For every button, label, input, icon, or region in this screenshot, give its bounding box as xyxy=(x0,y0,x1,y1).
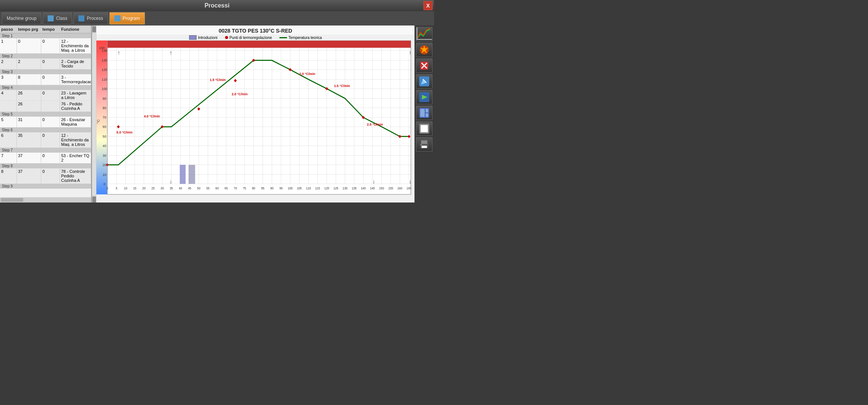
svg-rect-103 xyxy=(180,165,186,184)
svg-text:120: 120 xyxy=(102,68,107,72)
navbar: Machine group Class Process Program xyxy=(0,11,434,26)
print-button[interactable] xyxy=(416,137,432,152)
svg-text:70: 70 xyxy=(103,116,107,119)
edit-button[interactable] xyxy=(416,74,432,88)
svg-text:80: 80 xyxy=(103,106,107,110)
program-icon xyxy=(114,15,120,21)
svg-text:↑: ↑ xyxy=(170,50,172,56)
delete-button[interactable] xyxy=(416,58,432,73)
white-box-button[interactable] xyxy=(416,122,432,136)
main-area: 0028 TGTO PES 130°C S-RED Introduzioni P… xyxy=(96,26,414,202)
table-row[interactable]: 4 26 0 23 - Lavagem a Litros xyxy=(0,90,91,101)
svg-text:°C: °C xyxy=(96,119,100,124)
vertical-scrollbar[interactable] xyxy=(92,26,96,202)
svg-text:10: 10 xyxy=(124,187,128,190)
chart-title: 0028 TGTO PES 130°C S-RED xyxy=(96,26,414,34)
svg-text:160: 160 xyxy=(398,187,402,190)
close-button[interactable]: X xyxy=(423,1,432,10)
legend-box-introduzioni xyxy=(189,35,197,40)
table-row[interactable]: 7 37 0 53 - Encher TQ 2 xyxy=(0,153,91,164)
svg-text:90: 90 xyxy=(270,187,274,190)
app-title: Processi xyxy=(204,2,230,9)
svg-text:1.5 °C/min: 1.5 °C/min xyxy=(210,78,226,82)
step-9-header: Step 9 xyxy=(0,184,91,189)
content: passo tempo prg tempo Funzione Step 1 1 … xyxy=(0,26,434,202)
svg-rect-2 xyxy=(107,40,411,48)
right-toolbar xyxy=(414,26,434,202)
program-label: Program xyxy=(123,16,140,21)
svg-text:↓: ↓ xyxy=(409,178,411,185)
svg-text:1.5 °C/min: 1.5 °C/min xyxy=(334,84,350,88)
svg-text:155: 155 xyxy=(388,187,393,190)
svg-text:2.0 °C/min: 2.0 °C/min xyxy=(232,92,248,96)
chart-view-button[interactable] xyxy=(416,27,432,41)
svg-text:20: 20 xyxy=(103,163,107,166)
table-row[interactable]: 26 76 - Pedido Cozinha A xyxy=(0,101,91,112)
svg-text:150: 150 xyxy=(99,46,105,50)
nav-class[interactable]: Class xyxy=(43,12,72,24)
titlebar: Processi X xyxy=(0,0,434,11)
svg-text:2.5 °C/min: 2.5 °C/min xyxy=(367,122,383,126)
svg-text:0: 0 xyxy=(104,182,105,186)
svg-text:45: 45 xyxy=(188,187,191,190)
nav-program[interactable]: Program xyxy=(110,12,145,24)
table-row[interactable]: 8 37 0 78 - Controle Pedido Cozinha A xyxy=(0,168,91,184)
svg-text:130: 130 xyxy=(342,187,347,190)
step-1-header: Step 1 xyxy=(0,33,91,38)
svg-text:55: 55 xyxy=(206,187,210,190)
legend-introduzioni: Introduzioni xyxy=(189,35,218,40)
col-funzione: Funzione xyxy=(60,26,91,32)
table-row[interactable]: 5 31 0 26 - Esvaziar Maquina xyxy=(0,117,91,128)
left-panel: passo tempo prg tempo Funzione Step 1 1 … xyxy=(0,26,92,202)
nav-machine-group[interactable]: Machine group xyxy=(2,12,41,24)
class-icon xyxy=(48,15,54,21)
col-tempo: tempo xyxy=(41,26,60,32)
table-row[interactable]: 6 35 0 12 - Enchimento da Maq. a Litros xyxy=(0,132,91,148)
fire-button[interactable] xyxy=(416,43,432,57)
svg-text:95: 95 xyxy=(279,187,283,190)
svg-rect-130 xyxy=(416,39,432,40)
svg-text:25: 25 xyxy=(152,187,155,190)
class-label: Class xyxy=(56,16,67,21)
svg-text:75: 75 xyxy=(243,187,246,190)
legend-temperatura: Temperatura teorica xyxy=(279,36,322,40)
nav-process[interactable]: Process xyxy=(74,12,108,24)
panel-button[interactable] xyxy=(416,106,432,120)
legend-punti: Punti di termoregolazione xyxy=(225,36,272,40)
svg-text:20: 20 xyxy=(142,187,146,190)
svg-text:↑: ↑ xyxy=(409,50,411,56)
table-row[interactable]: 2 2 0 2 - Carga de Tecido xyxy=(0,58,91,69)
horizontal-scrollbar[interactable] xyxy=(0,197,91,202)
svg-text:30: 30 xyxy=(161,187,164,190)
legend-temperatura-label: Temperatura teorica xyxy=(288,36,322,40)
svg-text:125: 125 xyxy=(333,187,338,190)
legend-introduzioni-label: Introduzioni xyxy=(198,36,218,40)
legend-line-temperatura xyxy=(279,37,287,38)
svg-text:70: 70 xyxy=(234,187,237,190)
svg-text:100: 100 xyxy=(288,187,293,190)
svg-rect-104 xyxy=(189,165,195,184)
svg-rect-143 xyxy=(420,109,425,117)
svg-text:150: 150 xyxy=(379,187,384,190)
svg-rect-145 xyxy=(426,113,428,117)
svg-rect-150 xyxy=(422,146,427,148)
svg-text:60: 60 xyxy=(103,125,107,129)
step-4-header: Step 4 xyxy=(0,85,91,90)
chart-legend: Introduzioni Punti di termoregolazione T… xyxy=(96,34,414,40)
svg-rect-149 xyxy=(421,140,428,144)
table-row[interactable]: 1 0 0 12 - Enchimento da Maq. a Litros xyxy=(0,38,91,54)
export-button[interactable] xyxy=(416,90,432,104)
svg-text:↑: ↑ xyxy=(118,50,120,56)
col-tempo-prg: tempo prg xyxy=(17,26,41,32)
svg-text:120: 120 xyxy=(324,187,329,190)
svg-rect-151 xyxy=(420,144,422,145)
svg-rect-147 xyxy=(420,125,428,132)
step-8-header: Step 8 xyxy=(0,164,91,168)
process-label: Process xyxy=(87,16,103,21)
svg-text:4.0 °C/min: 4.0 °C/min xyxy=(144,114,160,118)
table-scroll[interactable]: Step 1 1 0 0 12 - Enchimento da Maq. a L… xyxy=(0,33,91,197)
table-row[interactable]: 3 8 0 3 - Termorregulacao xyxy=(0,74,91,85)
svg-text:35: 35 xyxy=(170,187,173,190)
legend-dot-punti xyxy=(225,36,228,39)
svg-text:100: 100 xyxy=(102,87,107,90)
